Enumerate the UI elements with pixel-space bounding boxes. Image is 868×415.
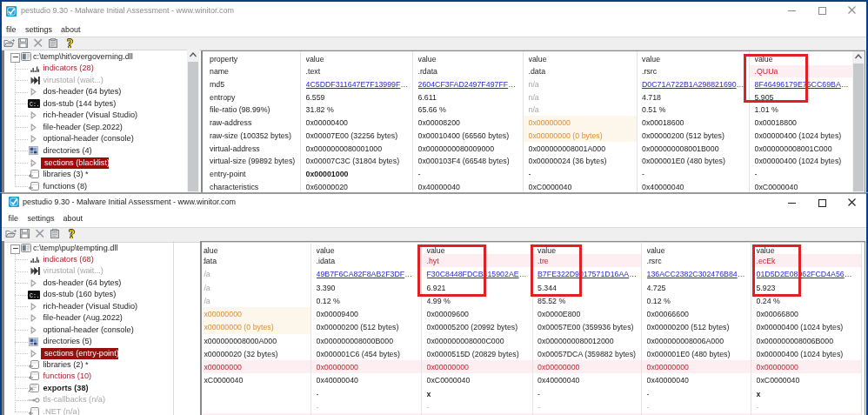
svg-text:?: ? <box>67 37 74 50</box>
svg-text:C:.: C:. <box>30 102 40 108</box>
svg-text:C:.: C:. <box>30 292 40 298</box>
svg-text:?: ? <box>68 227 75 240</box>
